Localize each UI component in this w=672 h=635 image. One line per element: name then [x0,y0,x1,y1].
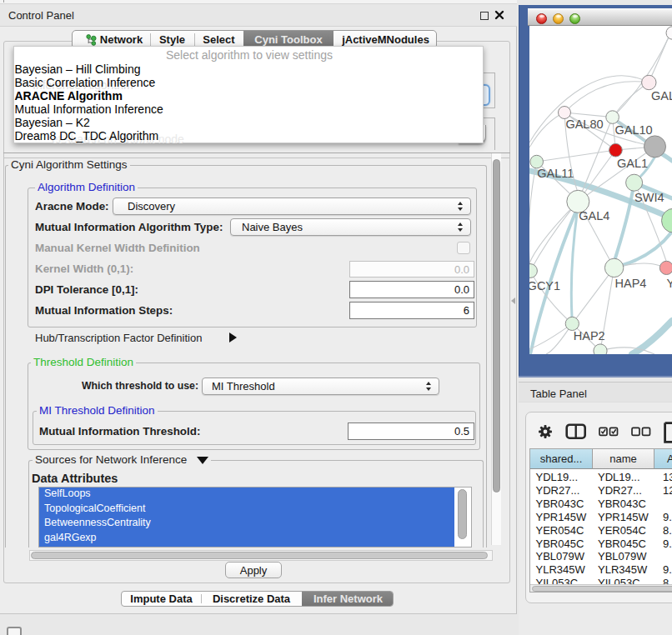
svg-text:HAP4: HAP4 [615,277,647,290]
svg-text:GAL: GAL [651,89,672,102]
svg-text:GAL4: GAL4 [579,209,609,222]
svg-text:SWI4: SWI4 [634,191,664,204]
svg-text:HAP2: HAP2 [574,329,605,342]
svg-text:GAL10: GAL10 [615,123,653,137]
svg-text:GCY1: GCY1 [529,279,560,292]
svg-text:GAL11: GAL11 [537,167,574,180]
svg-text:GAL1: GAL1 [617,157,648,170]
svg-text:GAL80: GAL80 [565,118,603,131]
svg-text:Y: Y [666,277,672,290]
